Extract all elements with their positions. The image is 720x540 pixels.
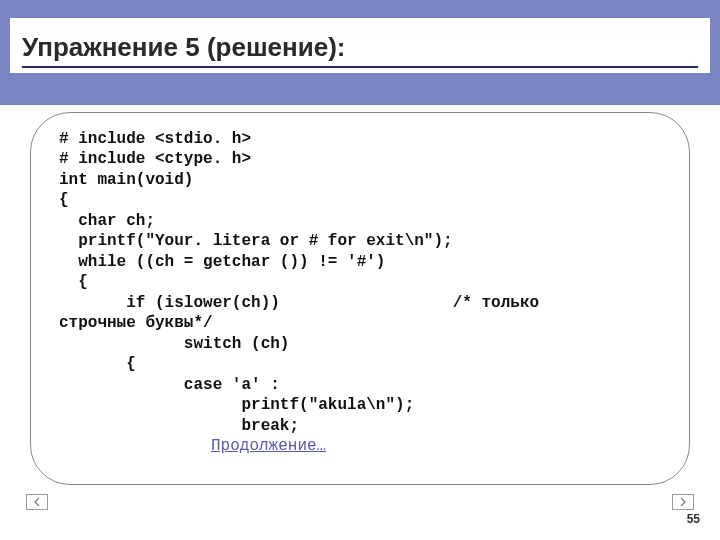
chevron-left-icon <box>32 497 42 507</box>
code-listing: # include <stdio. h> # include <ctype. h… <box>59 129 661 436</box>
title-divider <box>22 66 698 68</box>
page-number: 55 <box>687 512 700 526</box>
nav-arrows <box>26 494 694 510</box>
slide-title: Упражнение 5 (решение): <box>22 32 698 63</box>
code-content-box: # include <stdio. h> # include <ctype. h… <box>30 112 690 485</box>
chevron-right-icon <box>678 497 688 507</box>
title-container: Упражнение 5 (решение): <box>10 18 710 73</box>
next-arrow-button[interactable] <box>672 494 694 510</box>
continue-link[interactable]: Продолжение… <box>211 437 326 455</box>
prev-arrow-button[interactable] <box>26 494 48 510</box>
